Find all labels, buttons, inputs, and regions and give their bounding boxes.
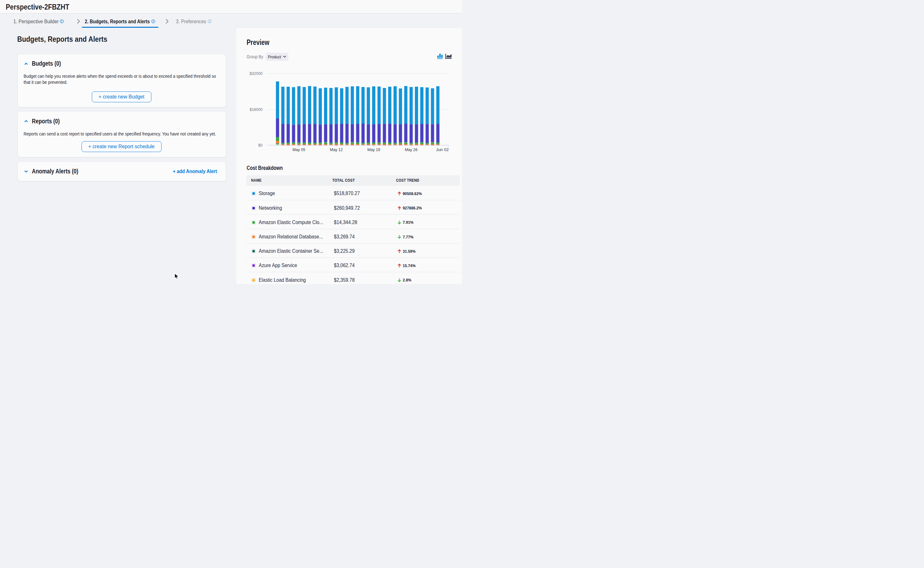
svg-text:$0: $0 <box>258 143 263 148</box>
svg-text:$32000: $32000 <box>250 72 263 76</box>
svg-text:May 26: May 26 <box>405 147 418 152</box>
svg-text:$16000: $16000 <box>250 107 263 112</box>
svg-text:May 12: May 12 <box>330 147 343 152</box>
svg-text:May 19: May 19 <box>367 147 380 152</box>
svg-text:Jun 02: Jun 02 <box>436 147 449 152</box>
svg-text:May 05: May 05 <box>292 147 305 152</box>
